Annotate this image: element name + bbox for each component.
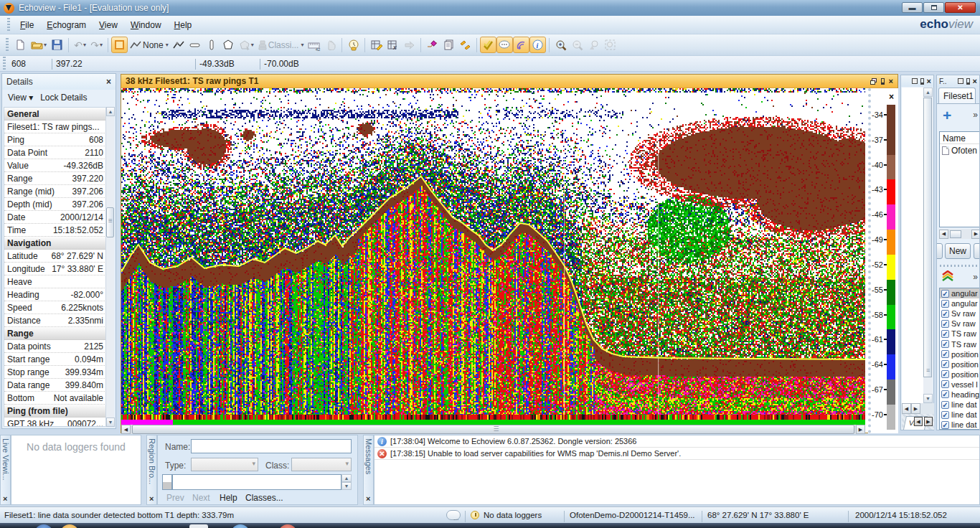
pages-button[interactable] xyxy=(440,37,457,53)
statusbar-dots-button[interactable]: ... xyxy=(446,510,461,520)
details-row[interactable]: Value -49.326dB xyxy=(4,159,106,172)
line-pick-button[interactable] xyxy=(424,37,440,53)
variable-item[interactable]: ✓ position xyxy=(940,349,980,359)
undo-button[interactable]: ↶▾ xyxy=(72,37,88,53)
variable-checkbox[interactable]: ✓ xyxy=(941,370,949,378)
region-browser-strip[interactable]: Region Bro... × xyxy=(146,435,157,505)
variable-item[interactable]: ✓ Sv raw xyxy=(940,319,980,329)
variable-checkbox[interactable]: ✓ xyxy=(941,421,949,429)
details-row[interactable]: General xyxy=(4,108,106,121)
message-line[interactable]: ✕ [17:38:15] Unable to load server capab… xyxy=(374,448,979,460)
details-row[interactable]: Ping 608 xyxy=(4,133,106,146)
time-sync-button[interactable] xyxy=(345,37,362,53)
restore-button[interactable] xyxy=(923,2,944,13)
menu-item[interactable]: File xyxy=(14,17,40,33)
scroll-down-icon[interactable]: ▼ xyxy=(106,418,115,427)
details-row[interactable]: Ping (from file) xyxy=(4,405,106,418)
region-tool[interactable]: ▾ xyxy=(237,37,256,53)
variable-checkbox[interactable]: ✓ xyxy=(941,390,949,398)
views-pin-icon[interactable] xyxy=(920,78,924,85)
region-list-box[interactable] xyxy=(172,474,341,490)
echogram-titlebar[interactable]: 38 kHz Fileset1: TS raw pings T1 × xyxy=(121,75,897,88)
variables-chevron-icon[interactable]: » xyxy=(973,272,978,282)
details-row[interactable]: Date 2000/12/14 xyxy=(4,211,106,224)
new-file-button[interactable] xyxy=(12,37,29,53)
variable-item[interactable]: ✓ line dat xyxy=(940,400,980,410)
draw-line-tool[interactable] xyxy=(171,37,187,53)
details-view-menu[interactable]: View ▾ xyxy=(8,93,33,103)
details-row[interactable]: Navigation xyxy=(4,237,106,250)
region-next-button[interactable]: Next xyxy=(192,493,210,503)
fileset-hscrollbar[interactable]: ◀ ▶ xyxy=(939,229,980,239)
start-orb-icon[interactable] xyxy=(34,524,53,528)
zoom-out-button[interactable] xyxy=(569,37,585,53)
details-row[interactable]: Range (mid) 397.206 xyxy=(4,185,106,198)
fileset-pin-icon[interactable] xyxy=(966,78,970,85)
fileset-scroll-left-icon[interactable]: ◀ xyxy=(939,230,948,239)
variable-checkbox[interactable]: ✓ xyxy=(941,340,949,348)
spinner-up-icon[interactable]: ▲ xyxy=(341,474,352,482)
file-list-name-header[interactable]: Name xyxy=(940,132,980,144)
region-class-select[interactable] xyxy=(291,458,352,471)
variable-item[interactable]: ✓ angular xyxy=(940,288,980,298)
views-scroll-right-icon[interactable]: ▶ xyxy=(911,403,920,414)
details-row[interactable]: Data range 399.840m xyxy=(4,379,106,392)
variable-checkbox[interactable]: ✓ xyxy=(941,320,949,328)
details-row[interactable]: Range 397.220 xyxy=(4,172,106,185)
details-row[interactable]: Bottom Not available xyxy=(4,392,106,405)
options-button-partial[interactable]: on xyxy=(974,243,980,259)
measure-ruler-tool[interactable]: 42 xyxy=(306,37,322,53)
region-spinner[interactable]: ▲ ▼ xyxy=(341,474,352,490)
details-row[interactable]: Range xyxy=(4,327,106,340)
menu-item[interactable]: Help xyxy=(168,17,199,33)
fileset-tab[interactable]: Fileset1 xyxy=(938,88,976,103)
vertical-band-tool[interactable] xyxy=(204,37,220,53)
offset-lines-button[interactable] xyxy=(457,37,473,53)
show-tooltips-toggle[interactable] xyxy=(496,37,513,53)
details-lock-button[interactable]: Lock Details xyxy=(40,93,87,103)
zoom-region-button[interactable] xyxy=(602,37,618,53)
redo-button[interactable]: ↷▾ xyxy=(88,37,105,53)
variable-item[interactable]: ✓ line dat xyxy=(940,410,980,420)
details-row[interactable]: Speed 6.225knots xyxy=(4,301,106,314)
variable-item[interactable]: ✓ heading xyxy=(940,390,980,400)
echogram-hscrollbar[interactable]: ◀ ▶ xyxy=(121,425,865,434)
taskbar-blue-icon[interactable] xyxy=(231,524,250,528)
fileset-scroll-right-icon[interactable]: ▶ xyxy=(971,230,980,239)
new-button[interactable]: New xyxy=(945,243,971,259)
region-name-input[interactable] xyxy=(191,439,352,453)
message-line[interactable]: i [17:38:04] Welcome to Echoview 6.0.87.… xyxy=(374,435,979,448)
echogram-close-icon[interactable]: × xyxy=(889,77,893,85)
region-type-select[interactable] xyxy=(191,458,258,471)
variable-checkbox[interactable]: ✓ xyxy=(941,300,949,308)
variable-item[interactable]: ✓ TS raw xyxy=(940,329,980,339)
rectangle-select-tool[interactable] xyxy=(111,37,128,53)
details-row[interactable]: Heave xyxy=(4,275,106,288)
float-window-icon[interactable] xyxy=(870,78,877,85)
live-viewing-strip[interactable]: Live Viewi... × xyxy=(0,435,11,505)
echogram-canvas[interactable] xyxy=(121,88,865,425)
variable-checkbox[interactable]: ✓ xyxy=(941,310,949,318)
views-restore-icon[interactable] xyxy=(912,78,918,84)
scroll-up-icon[interactable]: ▲ xyxy=(106,107,115,116)
live-viewing-close-icon[interactable]: × xyxy=(3,494,7,503)
views-scroll-up-icon[interactable]: ▲ xyxy=(923,88,933,97)
tab-scroll-left-icon[interactable]: ◀ xyxy=(914,417,923,426)
details-row[interactable]: Start range 0.094m xyxy=(4,353,106,366)
views-hscrollbar[interactable]: ◀ ▶ xyxy=(902,403,934,414)
edit-table-button[interactable] xyxy=(368,37,385,53)
menu-item[interactable]: View xyxy=(93,17,124,33)
horizontal-band-tool[interactable] xyxy=(187,37,204,53)
details-row[interactable]: Stop range 399.934m xyxy=(4,366,106,379)
views-scroll-down-icon[interactable]: ▼ xyxy=(923,394,933,403)
export-table-button[interactable]: x xyxy=(385,37,401,53)
region-help-button[interactable]: Help xyxy=(220,493,237,503)
variable-item[interactable]: ✓ vessel l xyxy=(940,380,980,390)
taskbar-document-icon[interactable] xyxy=(189,524,208,528)
zoom-pointer-button[interactable] xyxy=(585,37,602,53)
variable-item[interactable]: ✓ line dat xyxy=(940,420,980,430)
line-tool-selector[interactable]: None ▾ xyxy=(128,37,171,53)
variable-checkbox[interactable]: ✓ xyxy=(941,380,949,388)
taskbar-red-icon[interactable] xyxy=(278,524,297,528)
details-close-icon[interactable]: × xyxy=(106,77,111,87)
